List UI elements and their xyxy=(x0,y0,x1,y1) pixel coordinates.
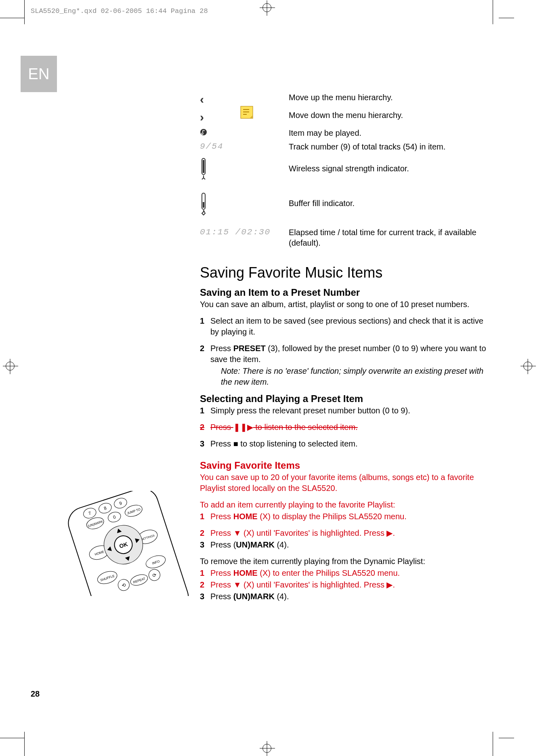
legend-desc: Move up the menu hierarchy. xyxy=(289,92,393,103)
music-note-icon xyxy=(200,128,289,138)
step-item: 1 Press HOME (X) to enter the Philips SL… xyxy=(200,568,491,579)
step-number: 2 xyxy=(200,528,210,539)
step-text: Press ■ to stop listening to selected it… xyxy=(210,438,491,449)
crop-mark xyxy=(493,732,493,756)
step-number: 2 xyxy=(200,343,210,387)
step-text: Press PRESET (3), followed by the preset… xyxy=(210,343,491,387)
step-item: 1 Simply press the relevant preset numbe… xyxy=(200,405,491,416)
svg-rect-7 xyxy=(203,160,204,173)
legend-desc: Wireless signal strength indicator. xyxy=(289,158,409,174)
legend-desc: Item may be played. xyxy=(289,128,361,138)
elapsed-time-label: 01:15 /02:30 xyxy=(200,227,289,237)
step-text: Press ▼ (X) until 'Favorites' is highlig… xyxy=(210,528,491,539)
registration-mark xyxy=(523,362,532,371)
step-number: 1 xyxy=(200,568,210,579)
chevron-left-icon: ‹ xyxy=(200,92,289,107)
step-number: 2 xyxy=(200,422,210,433)
step-text: Press HOME (X) to display the Philips SL… xyxy=(210,511,491,522)
body-text: You can save up to 20 of your favorite i… xyxy=(200,472,491,494)
language-badge: EN xyxy=(21,56,57,92)
step-item: 2 Press ▼ (X) until 'Favorites' is highl… xyxy=(200,528,491,539)
subsection-title: Selecting and Playing a Preset Item xyxy=(200,393,491,404)
body-text: To add an item currently playing to the … xyxy=(200,499,491,510)
crop-mark xyxy=(493,0,493,24)
step-number: 1 xyxy=(200,316,210,337)
section-title: Saving Favorite Music Items xyxy=(200,264,491,281)
step-number: 2 xyxy=(200,579,210,590)
step-number: 1 xyxy=(200,405,210,416)
subsection-title: Saving an Item to a Preset Number xyxy=(200,287,491,298)
body-text: You can save an album, artist, playlist … xyxy=(200,299,491,310)
crop-mark xyxy=(499,738,514,738)
crop-mark xyxy=(499,18,514,18)
step-text: Press (UN)MARK (4). xyxy=(210,591,491,602)
svg-rect-9 xyxy=(203,202,204,208)
body-text: To remove the item currently playing fro… xyxy=(200,556,491,567)
legend-desc: Buffer fill indicator. xyxy=(289,192,355,208)
step-number: 3 xyxy=(200,438,210,449)
crop-mark xyxy=(0,18,24,18)
step-item: 2 Press ▼ (X) until 'Favorites' is highl… xyxy=(200,579,491,590)
crop-mark xyxy=(0,738,24,738)
remote-illustration: 7 8 9 (UN)MARK 0 JUMP TO HOME SETTINGS O… xyxy=(65,491,190,596)
subsection-title: Saving Favorite Items xyxy=(200,460,491,471)
stop-icon: ■ xyxy=(233,438,238,449)
step-number: 3 xyxy=(200,591,210,602)
legend-table: ‹ Move up the menu hierarchy. › Move dow… xyxy=(200,92,491,248)
legend-desc: Move down the menu hierarchy. xyxy=(289,110,403,120)
step-item-deleted: 2 Press ❚❚▶ to listen to the selected it… xyxy=(200,422,491,433)
step-text: Select an item to be saved (see previous… xyxy=(210,316,491,337)
legend-desc: Elapsed time / total time for current tr… xyxy=(289,227,491,248)
step-item: 3 Press ■ to stop listening to selected … xyxy=(200,438,491,449)
print-header: SLA5520_Eng*.qxd 02-06-2005 16:44 Pagina… xyxy=(31,7,208,15)
page-number: 28 xyxy=(31,689,40,699)
track-count-label: 9/54 xyxy=(200,141,289,152)
step-item: 3 Press (UN)MARK (4). xyxy=(200,539,491,550)
step-text: Simply press the relevant preset number … xyxy=(210,405,491,416)
step-number: 3 xyxy=(200,539,210,550)
registration-mark xyxy=(6,362,15,371)
step-text: Press HOME (X) to enter the Philips SLA5… xyxy=(210,568,491,579)
note-text: Note: There is no 'erase' function; simp… xyxy=(221,366,491,387)
step-text: Press ❚❚▶ to listen to the selected item… xyxy=(210,422,491,433)
signal-indicator-icon xyxy=(200,158,289,182)
step-number: 1 xyxy=(200,511,210,522)
crop-mark xyxy=(24,732,25,756)
step-item: 1 Select an item to be saved (see previo… xyxy=(200,316,491,337)
step-item: 2 Press PRESET (3), followed by the pres… xyxy=(200,343,491,387)
registration-mark xyxy=(262,744,271,753)
svg-point-5 xyxy=(200,129,207,135)
play-pause-icon: ❚❚▶ xyxy=(233,422,253,433)
chevron-right-icon: › xyxy=(200,110,289,124)
crop-mark xyxy=(24,0,25,24)
legend-desc: Track number (9) of total tracks (54) in… xyxy=(289,141,445,152)
step-text: Press (UN)MARK (4). xyxy=(210,539,491,550)
step-item: 3 Press (UN)MARK (4). xyxy=(200,591,491,602)
registration-mark xyxy=(262,3,271,12)
step-item: 1 Press HOME (X) to display the Philips … xyxy=(200,511,491,522)
buffer-indicator-icon xyxy=(200,192,289,217)
step-text: Press ▼ (X) until 'Favorites' is highlig… xyxy=(210,579,491,590)
